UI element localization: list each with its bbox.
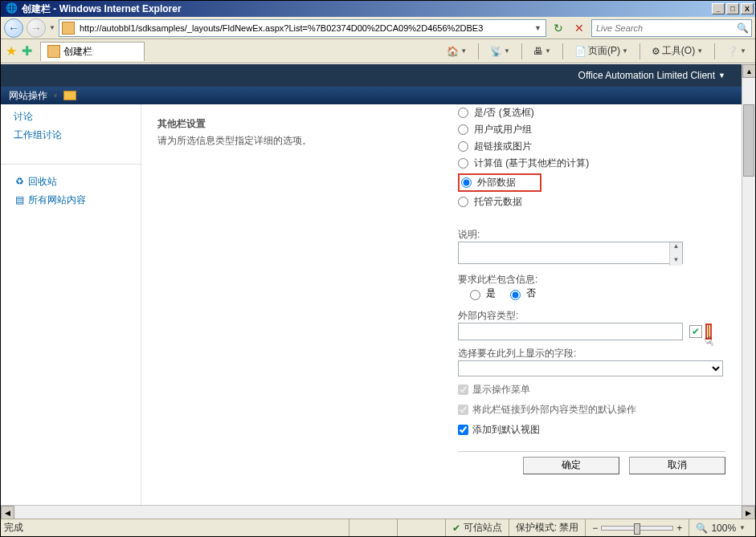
scroll-left-arrow[interactable]: ◀	[1, 506, 14, 519]
forward-button[interactable]: →	[27, 18, 46, 38]
url-dropdown[interactable]: ▼	[533, 24, 543, 32]
check-icon: ✔	[452, 523, 460, 534]
nav-all-content[interactable]: ▤所有网站内容	[1, 191, 141, 210]
radio-hyperlink[interactable]	[458, 141, 468, 152]
status-blank2	[397, 519, 445, 536]
titlebar: 🌐 创建栏 - Windows Internet Explorer _ □ X	[1, 1, 755, 17]
lbl-add-default-view: 添加到默认视图	[472, 423, 540, 437]
chk-add-default-view[interactable]	[458, 425, 468, 435]
chevron-down-icon[interactable]: ▼	[52, 92, 59, 100]
chk-show-actions	[458, 384, 468, 395]
ie-icon: 🌐	[6, 2, 18, 15]
navigate-up-icon[interactable]	[63, 91, 76, 100]
status-trusted-sites[interactable]: ✔可信站点	[445, 519, 509, 536]
search-icon[interactable]: 🔍	[737, 22, 749, 34]
display-field-select[interactable]	[458, 360, 723, 376]
status-bar: 完成 ✔可信站点 保护模式: 禁用 − + 🔍 100% ▼	[1, 519, 755, 536]
section-desc: 请为所选信息类型指定详细的选项。	[153, 134, 453, 148]
favorites-icon[interactable]: ★	[6, 43, 17, 59]
label-require: 要求此栏包含信息:	[458, 273, 725, 287]
browser-tab[interactable]: 创建栏	[40, 42, 145, 61]
radio-require-yes[interactable]	[470, 290, 480, 300]
form-area: 其他栏设置 请为所选信息类型指定详细的选项。 是/否 (复选框) 用户或用户组 …	[141, 104, 742, 505]
horizontal-scrollbar[interactable]: ◀ ▶	[1, 505, 755, 519]
zoom-slider[interactable]	[601, 526, 673, 531]
nav-discussion[interactable]: 讨论	[1, 108, 141, 126]
refresh-button[interactable]: ↻	[550, 19, 567, 37]
scroll-up-arrow[interactable]: ▲	[742, 64, 755, 78]
help-button[interactable]: ❔▼	[724, 43, 749, 60]
label-ext-type: 外部内容类型:	[458, 309, 725, 323]
chk-link-default	[458, 405, 468, 415]
url-input[interactable]	[78, 22, 533, 34]
status-done: 完成	[4, 521, 23, 535]
radio-yesno[interactable]	[458, 108, 468, 118]
scroll-right-arrow[interactable]: ▶	[742, 506, 755, 519]
tab-title: 创建栏	[63, 45, 92, 59]
description-textarea[interactable]	[458, 242, 683, 264]
vertical-scrollbar[interactable]: ▲ ▼	[742, 64, 755, 519]
cancel-button[interactable]: 取消	[629, 457, 725, 474]
status-blank1	[349, 519, 397, 536]
page-favicon	[62, 22, 75, 35]
back-button[interactable]: ←	[4, 18, 23, 38]
sp-topbar: Office Automation Limited Client ▼	[1, 64, 742, 87]
check-entity-icon[interactable]: ✔	[689, 325, 702, 338]
site-actions-menu[interactable]: 网站操作	[9, 89, 47, 103]
section-title: 其他栏设置	[153, 109, 453, 134]
close-button[interactable]: X	[741, 3, 754, 14]
ok-button[interactable]: 确定	[523, 457, 619, 474]
page-content: Office Automation Limited Client ▼ 网站操作 …	[1, 64, 742, 505]
home-button[interactable]: 🏠▼	[444, 43, 469, 60]
sp-ribbon: 网站操作 ▼	[1, 87, 742, 104]
left-nav: 讨论 工作组讨论 ♻回收站 ▤所有网站内容	[1, 104, 141, 505]
zoom-out-icon[interactable]: −	[592, 523, 598, 534]
sp-user-menu[interactable]: Office Automation Limited Client	[578, 70, 716, 81]
window-title: 创建栏 - Windows Internet Explorer	[22, 2, 712, 16]
list-icon: ▤	[14, 194, 25, 205]
scroll-thumb[interactable]	[743, 104, 754, 177]
label-select-field: 选择要在此列上显示的字段:	[458, 347, 725, 360]
lbl-show-actions: 显示操作菜单	[472, 383, 530, 397]
nav-team-discussion[interactable]: 工作组讨论	[1, 126, 141, 144]
radio-calculated[interactable]	[458, 158, 468, 169]
maximize-button[interactable]: □	[726, 3, 739, 14]
lbl-link-default: 将此栏链接到外部内容类型的默认操作	[472, 403, 636, 417]
recycle-icon: ♻	[14, 176, 25, 187]
status-zoom-controls[interactable]: − +	[585, 519, 689, 536]
radio-require-no[interactable]	[510, 290, 521, 300]
tab-toolbar: ★ ✚ 创建栏 🏠▼ 📡▼ 🖶▼ 📄 页面(P) ▼ ⚙ 工具(O) ▼ ❔▼	[1, 39, 755, 63]
external-type-input[interactable]	[458, 323, 683, 340]
add-favorite-icon[interactable]: ✚	[22, 43, 32, 59]
chevron-down-icon[interactable]: ▼	[718, 71, 725, 79]
radio-person[interactable]	[458, 124, 468, 135]
search-input[interactable]	[595, 22, 737, 34]
highlight-external-data: 外部数据	[458, 173, 541, 192]
window: 🌐 创建栏 - Windows Internet Explorer _ □ X …	[0, 0, 756, 537]
radio-external-data[interactable]	[461, 177, 472, 188]
label-description: 说明:	[458, 228, 725, 242]
search-bar[interactable]: 🔍	[591, 19, 752, 37]
status-protected-mode: 保护模式: 禁用	[509, 519, 586, 536]
nav-history-dropdown[interactable]: ▼	[49, 24, 55, 31]
print-button[interactable]: 🖶▼	[531, 43, 554, 60]
address-bar[interactable]: ▼	[59, 19, 546, 37]
tab-favicon	[47, 45, 60, 58]
tools-menu[interactable]: ⚙ 工具(O) ▼	[649, 43, 705, 60]
nav-recycle-bin[interactable]: ♻回收站	[1, 173, 141, 191]
feeds-button[interactable]: 📡▼	[488, 43, 513, 60]
radio-managed-metadata[interactable]	[458, 197, 468, 207]
zoom-in-icon[interactable]: +	[676, 523, 682, 534]
viewport: Office Automation Limited Client ▼ 网站操作 …	[1, 63, 755, 519]
stop-button[interactable]: ✕	[570, 19, 588, 37]
minimize-button[interactable]: _	[712, 3, 725, 14]
main-area: 讨论 工作组讨论 ♻回收站 ▤所有网站内容 其他栏设置 请为所选信息类型指定详细…	[1, 104, 742, 505]
page-menu[interactable]: 📄 页面(P) ▼	[572, 43, 631, 60]
status-zoom-level[interactable]: 🔍 100% ▼	[689, 519, 752, 536]
textarea-scrollbar[interactable]: ▲▼	[669, 242, 682, 266]
nav-toolbar: ← → ▼ ▼ ↻ ✕ 🔍	[1, 17, 755, 39]
